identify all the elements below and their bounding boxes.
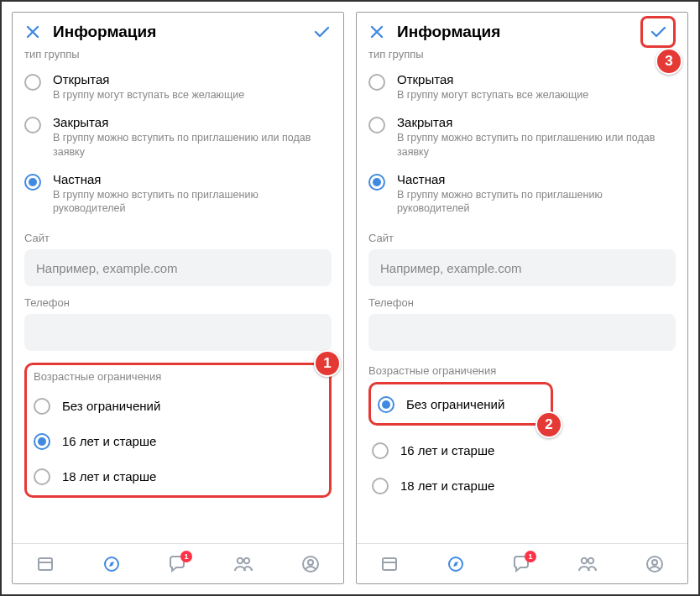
age-option-18[interactable]: 18 лет и старше	[368, 468, 676, 503]
page-title: Информация	[397, 23, 500, 41]
phone-label: Телефон	[368, 296, 676, 309]
age-option-none[interactable]: Без ограничений	[374, 386, 547, 421]
badge: 1	[180, 551, 192, 562]
badge: 1	[525, 551, 536, 562]
bottom-nav: 1	[357, 543, 687, 583]
svg-point-13	[652, 560, 657, 565]
nav-friends-icon[interactable]	[232, 554, 254, 574]
nav-feed-icon[interactable]	[379, 554, 400, 574]
nav-messages-icon[interactable]: 1	[511, 554, 531, 574]
confirm-icon[interactable]	[311, 22, 332, 42]
radio-icon	[372, 478, 389, 494]
radio-icon	[34, 468, 50, 485]
nav-profile-icon[interactable]	[300, 554, 321, 574]
svg-point-10	[582, 557, 587, 562]
site-label: Сайт	[368, 232, 676, 244]
age-option-none[interactable]: Без ограничений	[30, 388, 326, 423]
nav-messages-icon[interactable]: 1	[167, 554, 187, 574]
highlight-age-section: 1 Возрастные ограничения Без ограничений…	[24, 363, 332, 498]
svg-point-6	[308, 560, 313, 565]
svg-rect-0	[39, 558, 52, 570]
radio-icon	[368, 174, 385, 191]
radio-icon	[24, 74, 41, 91]
group-type-open[interactable]: Открытая В группу могут вступать все жел…	[368, 65, 676, 108]
close-icon[interactable]	[368, 24, 385, 40]
svg-point-11	[588, 557, 593, 562]
group-type-closed[interactable]: Закрытая В группу можно вступить по приг…	[24, 108, 332, 165]
site-input[interactable]: Например, example.com	[368, 249, 676, 286]
highlight-age-none: 2 Без ограничений	[368, 382, 553, 426]
nav-friends-icon[interactable]	[577, 554, 598, 574]
radio-icon	[34, 398, 50, 415]
age-option-18[interactable]: 18 лет и старше	[30, 458, 326, 494]
age-label: Возрастные ограничения	[34, 370, 326, 383]
group-type-private[interactable]: Частная В группу можно вступить по пригл…	[368, 165, 676, 222]
group-type-closed[interactable]: Закрытая В группу можно вступить по приг…	[368, 108, 676, 165]
radio-icon	[368, 117, 385, 133]
phone-input[interactable]	[368, 314, 676, 351]
confirm-icon[interactable]	[640, 16, 676, 48]
radio-icon	[24, 117, 41, 133]
group-type-label: тип группы	[368, 51, 676, 60]
radio-icon	[24, 174, 41, 191]
site-input[interactable]: Например, example.com	[24, 249, 332, 286]
header: Информация	[13, 13, 343, 51]
bottom-nav: 1	[13, 543, 343, 583]
radio-icon	[378, 396, 394, 413]
group-type-label: тип группы	[24, 51, 332, 60]
nav-discover-icon[interactable]	[446, 554, 466, 574]
nav-profile-icon[interactable]	[645, 554, 665, 574]
age-option-16[interactable]: 16 лет и старше	[368, 432, 676, 468]
page-title: Информация	[53, 23, 156, 41]
nav-feed-icon[interactable]	[35, 554, 55, 574]
phone-label: Телефон	[24, 296, 332, 309]
group-type-private[interactable]: Частная В группу можно вступить по пригл…	[24, 165, 332, 222]
svg-point-3	[238, 557, 243, 562]
phone-input[interactable]	[24, 314, 332, 351]
header: Информация 3	[357, 13, 687, 51]
radio-icon	[372, 442, 389, 459]
group-type-open[interactable]: Открытая В группу могут вступать все жел…	[24, 65, 332, 108]
svg-point-4	[244, 557, 249, 562]
svg-rect-7	[383, 558, 396, 570]
step-marker-1: 1	[314, 350, 341, 377]
site-label: Сайт	[24, 232, 332, 244]
radio-icon	[34, 433, 50, 450]
screen-right: Информация 3 тип группы Открытая В групп…	[356, 12, 688, 584]
age-option-16[interactable]: 16 лет и старше	[30, 423, 326, 458]
screen-left: Информация тип группы Открытая В группу …	[12, 12, 344, 584]
step-marker-3: 3	[656, 48, 682, 75]
age-label: Возрастные ограничения	[368, 364, 676, 377]
nav-discover-icon[interactable]	[102, 554, 122, 574]
close-icon[interactable]	[24, 24, 41, 40]
step-marker-2: 2	[535, 411, 562, 438]
radio-icon	[368, 74, 385, 91]
